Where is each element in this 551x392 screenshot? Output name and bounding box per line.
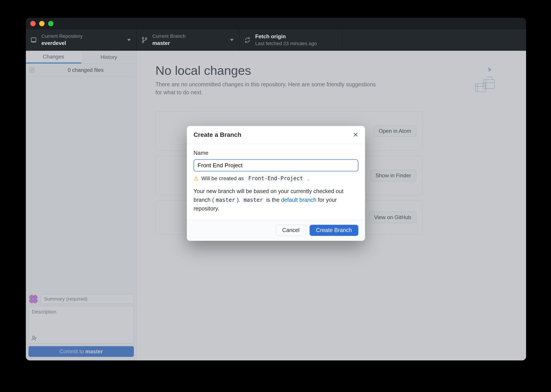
hint-slug: Front-End-Project [246, 175, 305, 182]
branch-label: Current Branch [152, 33, 186, 40]
dialog-description: Your new branch will be based on your cu… [194, 187, 358, 213]
branch-name-input[interactable] [194, 159, 358, 171]
fetch-button[interactable]: Fetch origin Last fetched 23 minutes ago [240, 29, 342, 50]
chevron-down-icon [230, 39, 234, 41]
hint-suffix: . [307, 175, 309, 182]
dialog-title: Create a Branch [194, 131, 353, 138]
app-window: Current Repository everdevel Current Bra… [26, 18, 526, 360]
window-close-button[interactable] [30, 21, 36, 26]
hint-prefix: Will be created as [201, 175, 244, 182]
repo-icon [30, 37, 37, 43]
fetch-status: Last fetched 23 minutes ago [255, 40, 317, 47]
chevron-down-icon [127, 39, 131, 41]
create-branch-button[interactable]: Create Branch [310, 225, 358, 236]
repo-switcher[interactable]: Current Repository everdevel [26, 29, 137, 50]
window-minimize-button[interactable] [39, 21, 44, 26]
svg-rect-0 [31, 38, 36, 42]
branch-icon [141, 37, 148, 43]
window-maximize-button[interactable] [48, 21, 53, 26]
cancel-button[interactable]: Cancel [276, 225, 306, 236]
branch-value: master [152, 40, 186, 47]
repo-value: everdevel [41, 40, 83, 47]
titlebar [26, 18, 526, 29]
sync-icon [244, 37, 251, 43]
svg-point-1 [142, 37, 144, 39]
close-icon[interactable]: ✕ [353, 132, 358, 138]
branch-switcher[interactable]: Current Branch master [137, 29, 240, 50]
svg-point-2 [142, 41, 144, 43]
svg-point-3 [145, 38, 147, 39]
warning-icon: ⚠︎ [194, 175, 199, 182]
default-branch-link[interactable]: default branch [281, 197, 316, 203]
repo-label: Current Repository [41, 33, 83, 40]
fetch-label: Fetch origin [255, 33, 317, 40]
name-field-label: Name [194, 150, 358, 156]
toolbar: Current Repository everdevel Current Bra… [26, 29, 526, 51]
create-branch-dialog: Create a Branch ✕ Name ⚠︎ Will be create… [187, 126, 365, 241]
